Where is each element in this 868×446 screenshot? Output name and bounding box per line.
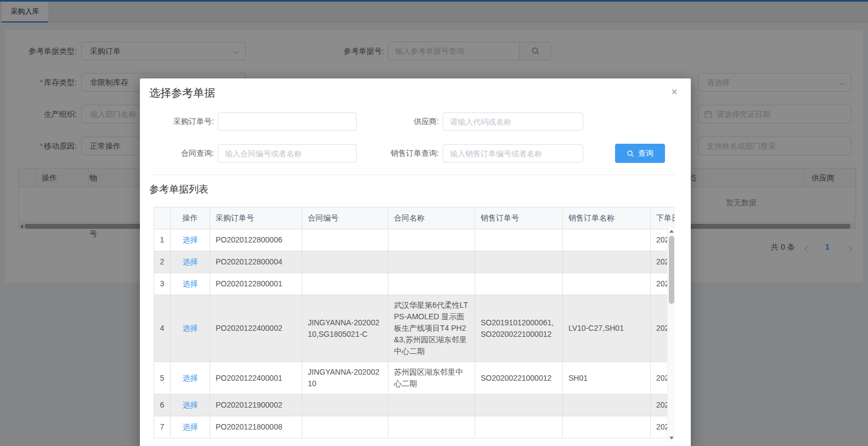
po-no-label: 采购订单号: — [162, 112, 214, 131]
so-name — [563, 251, 651, 273]
row-index: 3 — [154, 273, 171, 295]
table-row: 2 选择 PO2020122800004 2020 — [154, 251, 675, 273]
select-link[interactable]: 选择 — [183, 235, 198, 244]
vertical-scrollbar-thumb[interactable] — [669, 236, 674, 304]
so-query-input[interactable] — [450, 145, 576, 162]
query-button-label: 查询 — [638, 149, 653, 159]
contract-name-column-header: 合同名称 — [388, 207, 475, 229]
row-index: 7 — [154, 416, 171, 438]
select-link[interactable]: 选择 — [183, 324, 198, 332]
so-no — [475, 416, 563, 438]
so-no: SO20191012000061,SO20200221000012 — [475, 295, 563, 362]
so-query-label: 销售订单查询: — [368, 144, 439, 162]
contract-query-input[interactable] — [225, 145, 350, 162]
reference-table-header-row: 操作 采购订单号 合同编号 合同名称 销售订单号 销售订单名称 下单日期 — [154, 207, 675, 229]
contract-name: 苏州园区湖东邻里中心二期 — [388, 362, 475, 394]
supplier-field — [443, 112, 583, 131]
select-link[interactable]: 选择 — [183, 279, 198, 288]
po-no-input[interactable] — [225, 113, 350, 130]
row-index: 5 — [154, 362, 171, 394]
table-row: 4 选择 PO2020122400002 JINGYANNA-20200210,… — [154, 295, 675, 362]
reference-list-title: 参考单据列表 — [149, 183, 208, 196]
select-link[interactable]: 选择 — [183, 422, 198, 431]
contract-name — [388, 229, 475, 251]
table-row: 1 选择 PO2020122800006 2020 — [154, 229, 675, 251]
order-date-column-header: 下单日期 — [651, 207, 675, 229]
po-number: PO2020122800006 — [210, 229, 302, 251]
po-number: PO2020121800008 — [210, 416, 302, 438]
contract-no — [302, 416, 388, 438]
contract-no-column-header: 合同编号 — [302, 207, 388, 229]
so-no — [475, 229, 563, 251]
contract-no — [302, 273, 388, 295]
po-number: PO2020122400001 — [210, 362, 302, 394]
contract-no — [302, 394, 388, 416]
table-row: 6 选择 PO2020121900002 2020 — [154, 394, 675, 416]
so-name — [563, 273, 651, 295]
so-name — [563, 394, 651, 416]
po-number: PO2020122800001 — [210, 273, 302, 295]
vertical-scrollbar[interactable] — [667, 228, 675, 442]
contract-query-field — [218, 144, 357, 162]
close-icon[interactable]: × — [671, 86, 678, 97]
so-name — [563, 416, 651, 438]
query-button[interactable]: 查询 — [615, 144, 665, 163]
contract-name: 武汉华星第6代柔性LTPS-AMOLED 显示面板生产线项目T4 PH2&3,苏… — [388, 295, 475, 362]
contract-no: JINGYANNA-20200210 — [302, 362, 388, 394]
select-link[interactable]: 选择 — [183, 400, 198, 409]
so-no-column-header: 销售订单号 — [475, 207, 563, 229]
index-column-header — [154, 207, 171, 229]
search-icon — [627, 150, 634, 157]
row-index: 6 — [154, 394, 171, 416]
po-no-field — [218, 112, 357, 131]
so-query-field — [443, 144, 583, 162]
contract-query-label: 合同查询: — [162, 144, 214, 162]
so-name: SH01 — [563, 362, 651, 394]
po-number: PO2020122400002 — [210, 295, 302, 362]
row-index: 2 — [154, 251, 171, 273]
supplier-label: 供应商: — [373, 112, 439, 131]
contract-name — [388, 273, 475, 295]
select-link[interactable]: 选择 — [183, 374, 198, 382]
divider — [149, 174, 675, 175]
po-number: PO2020121900002 — [210, 394, 302, 416]
table-row: 3 选择 PO2020122800001 2020 — [154, 273, 675, 295]
table-row: 7 选择 PO2020121800008 2020 — [154, 416, 675, 438]
so-no — [475, 251, 563, 273]
so-no — [475, 394, 563, 416]
so-name-column-header: 销售订单名称 — [563, 207, 651, 229]
po-number: PO2020122800004 — [210, 251, 302, 273]
so-no: SO20200221000012 — [475, 362, 563, 394]
scroll-up-icon[interactable] — [669, 230, 674, 233]
supplier-input[interactable] — [450, 113, 576, 130]
contract-name — [388, 394, 475, 416]
so-name — [563, 229, 651, 251]
reference-table: 操作 采购订单号 合同编号 合同名称 销售订单号 销售订单名称 下单日期 1 选… — [154, 207, 675, 438]
contract-no — [302, 229, 388, 251]
scroll-down-icon[interactable] — [669, 437, 674, 439]
contract-name — [388, 416, 475, 438]
modal-title: 选择参考单据 — [149, 86, 215, 100]
action-column-header: 操作 — [171, 207, 210, 229]
select-reference-modal: 选择参考单据 × 采购订单号: 供应商: 合同查询: 销售订单查询: 查询 参考… — [140, 78, 691, 446]
select-link[interactable]: 选择 — [183, 257, 198, 266]
contract-no: JINGYANNA-20200210,SG1805021-C — [302, 295, 388, 362]
contract-no — [302, 251, 388, 273]
table-row: 5 选择 PO2020122400001 JINGYANNA-20200210 … — [154, 362, 675, 394]
po-column-header: 采购订单号 — [210, 207, 302, 229]
row-index: 4 — [154, 295, 171, 362]
row-index: 1 — [154, 229, 171, 251]
so-name: LV10-C27,SH01 — [563, 295, 651, 362]
contract-name — [388, 251, 475, 273]
so-no — [475, 273, 563, 295]
